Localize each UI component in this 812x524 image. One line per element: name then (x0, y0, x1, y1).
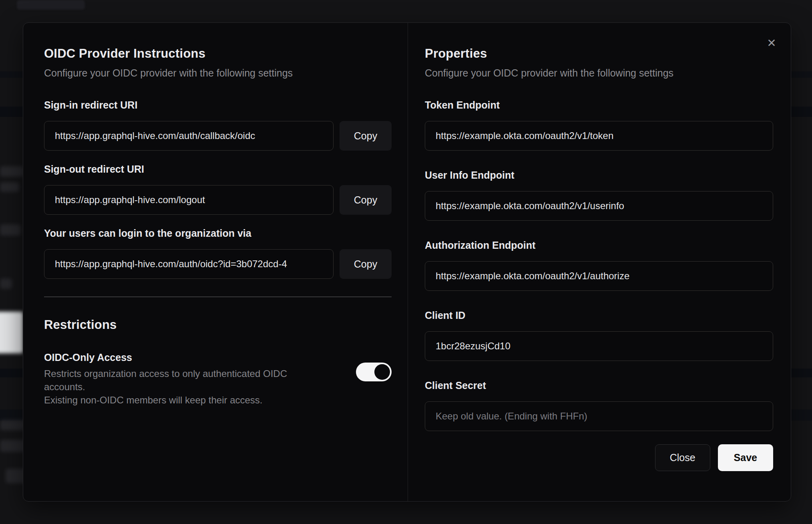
background-obscured-button (0, 312, 23, 353)
signin-redirect-uri-label: Sign-in redirect URI (44, 99, 392, 111)
userinfo-endpoint-input[interactable] (425, 191, 773, 221)
background-fragment (17, 0, 85, 10)
background-fragment (0, 182, 19, 192)
background-fragment (0, 420, 25, 430)
oidc-only-access-description-line1: Restricts organization access to only au… (44, 368, 287, 392)
client-secret-label: Client Secret (425, 379, 773, 392)
background-fragment (0, 224, 21, 236)
close-button[interactable]: Close (655, 444, 710, 471)
oidc-only-access-description: Restricts organization access to only au… (44, 367, 324, 407)
organization-login-uri-row: Copy (44, 249, 392, 279)
background-fragment (0, 278, 12, 289)
copy-login-uri-button[interactable]: Copy (340, 249, 392, 279)
authorization-endpoint-input[interactable] (425, 261, 773, 291)
oidc-instructions-pane: OIDC Provider Instructions Configure you… (23, 23, 408, 501)
oidc-only-access-description-line2: Existing non-OIDC members will keep thei… (44, 395, 263, 405)
copy-signout-uri-button[interactable]: Copy (340, 185, 392, 215)
copy-signin-uri-button[interactable]: Copy (340, 121, 392, 151)
client-id-input[interactable] (425, 331, 773, 361)
oidc-settings-modal: OIDC Provider Instructions Configure you… (23, 22, 791, 502)
properties-subtitle: Configure your OIDC provider with the fo… (425, 67, 773, 79)
token-endpoint-label: Token Endpoint (425, 99, 773, 111)
close-icon[interactable]: ✕ (764, 36, 779, 50)
token-endpoint-input[interactable] (425, 121, 773, 151)
organization-login-uri-label: Your users can login to the organization… (44, 227, 392, 240)
signout-redirect-uri-row: Copy (44, 185, 392, 215)
background-fragment (0, 166, 24, 177)
oidc-only-access-row: OIDC-Only Access Restricts organization … (44, 351, 392, 407)
signout-redirect-uri-input[interactable] (44, 185, 334, 215)
instructions-title: OIDC Provider Instructions (44, 46, 392, 61)
restrictions-title: Restrictions (44, 317, 392, 333)
properties-title: Properties (425, 46, 773, 61)
save-button[interactable]: Save (718, 444, 773, 471)
userinfo-endpoint-label: User Info Endpoint (425, 169, 773, 181)
oidc-only-access-text: OIDC-Only Access Restricts organization … (44, 351, 324, 407)
client-secret-row (425, 401, 773, 431)
userinfo-endpoint-row (425, 191, 773, 221)
section-divider (44, 296, 392, 297)
authorization-endpoint-row (425, 261, 773, 291)
authorization-endpoint-label: Authorization Endpoint (425, 239, 773, 252)
token-endpoint-row (425, 121, 773, 151)
signin-redirect-uri-row: Copy (44, 121, 392, 151)
dialog-actions: Close Save (425, 444, 773, 471)
properties-pane: ✕ Properties Configure your OIDC provide… (408, 23, 791, 501)
client-id-label: Client ID (425, 309, 773, 322)
toggle-knob-icon (374, 364, 390, 380)
client-secret-input[interactable] (425, 401, 773, 431)
oidc-only-access-label: OIDC-Only Access (44, 351, 324, 364)
background-fragment (0, 440, 26, 452)
client-id-row (425, 331, 773, 361)
oidc-only-access-toggle[interactable] (356, 363, 392, 381)
signin-redirect-uri-input[interactable] (44, 121, 334, 151)
instructions-subtitle: Configure your OIDC provider with the fo… (44, 67, 392, 79)
organization-login-uri-input[interactable] (44, 249, 334, 279)
signout-redirect-uri-label: Sign-out redirect URI (44, 163, 392, 175)
